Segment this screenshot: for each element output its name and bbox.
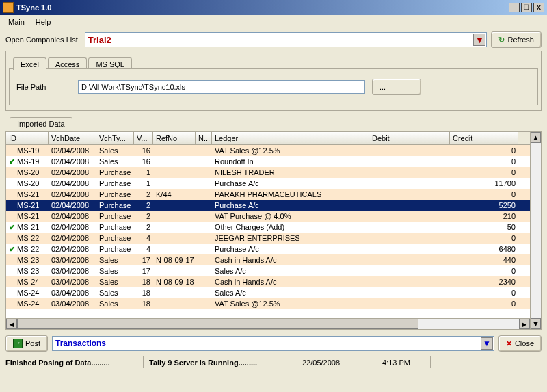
- cell: Sales: [96, 278, 134, 286]
- cell: 18: [134, 289, 153, 297]
- post-button[interactable]: Post: [5, 335, 48, 352]
- cell: 0: [450, 146, 518, 155]
- table-row[interactable]: MS-1902/04/2008Sales16VAT Sales @12.5%0: [6, 145, 530, 156]
- table-row[interactable]: MS-2403/04/2008Sales18N-08-09-18Cash in …: [6, 276, 530, 287]
- menu-help[interactable]: Help: [30, 16, 57, 27]
- cell: Purchase: [96, 223, 134, 231]
- col-credit[interactable]: Credit: [450, 132, 518, 144]
- status-message-2: Tally 9 Server is Running.........: [144, 356, 280, 368]
- cell: Purchase A/c: [212, 245, 369, 253]
- cell: 17: [134, 267, 153, 275]
- cell: Cash in Hands A/c: [212, 278, 369, 286]
- open-companies-dropdown[interactable]: Trial2 ▼: [85, 32, 488, 47]
- scroll-right-icon[interactable]: ►: [519, 319, 530, 329]
- cell: MS-24: [6, 278, 49, 286]
- col-v[interactable]: V...: [134, 132, 153, 144]
- cell: 0: [450, 234, 518, 242]
- cell: Sales: [96, 146, 134, 155]
- grid-body[interactable]: MS-1902/04/2008Sales16VAT Sales @12.5%0✔…: [6, 145, 530, 318]
- tab-imported-data[interactable]: Imported Data: [10, 117, 72, 132]
- table-row[interactable]: MS-2102/04/2008Purchase2Purchase A/c5250: [6, 200, 530, 211]
- app-icon: [3, 2, 14, 13]
- cell: 440: [450, 256, 518, 264]
- table-row[interactable]: MS-2102/04/2008Purchase2K/44PARAKH PHARM…: [6, 189, 530, 200]
- cell: 18: [134, 278, 153, 286]
- data-grid: ID VchDate VchTy... V... RefNo N... Ledg…: [5, 131, 542, 330]
- table-row[interactable]: MS-2202/04/2008Purchase4JEEGAR ENTERPRIS…: [6, 233, 530, 244]
- horizontal-scrollbar[interactable]: ◄ ►: [6, 318, 530, 329]
- cell: Purchase A/c: [212, 179, 369, 187]
- cell: 0: [450, 300, 518, 308]
- scroll-up-icon[interactable]: ▲: [531, 132, 541, 143]
- cell: 16: [134, 146, 153, 155]
- col-ledger[interactable]: Ledger: [212, 132, 369, 144]
- table-row[interactable]: MS-2403/04/2008Sales18VAT Sales @12.5%0: [6, 298, 530, 309]
- table-row[interactable]: ✔MS-1902/04/2008Sales16Roundoff In0: [6, 156, 530, 167]
- transactions-dropdown[interactable]: Transactions ▼: [52, 336, 494, 351]
- post-label: Post: [25, 339, 40, 348]
- table-row[interactable]: ✔MS-2102/04/2008Purchase2Other Charges (…: [6, 222, 530, 233]
- col-id[interactable]: ID: [6, 132, 49, 144]
- cell: VAT Sales @12.5%: [212, 300, 369, 308]
- table-row[interactable]: ✔MS-2202/04/2008Purchase4Purchase A/c648…: [6, 244, 530, 254]
- dropdown-arrow-icon[interactable]: ▼: [481, 337, 493, 350]
- cell: 03/04/2008: [49, 267, 96, 275]
- menu-main[interactable]: Main: [3, 16, 30, 27]
- close-button[interactable]: ✕ Close: [498, 335, 542, 352]
- cell: N-08-09-18: [153, 278, 196, 286]
- source-tabs: Excel Access MS SQL: [9, 54, 538, 69]
- cell: 16: [134, 157, 153, 166]
- minimize-button[interactable]: _: [509, 3, 520, 12]
- cell: Purchase: [96, 245, 134, 253]
- scroll-down-icon[interactable]: ▼: [531, 318, 541, 329]
- tab-excel[interactable]: Excel: [13, 57, 46, 70]
- file-path-input[interactable]: [78, 80, 365, 94]
- cell: ✔MS-19: [6, 157, 49, 166]
- refresh-icon: ↻: [498, 36, 505, 44]
- cell: 4: [134, 245, 153, 253]
- cell: Sales A/c: [212, 289, 369, 297]
- cell: ✔MS-22: [6, 245, 49, 254]
- cell: Sales A/c: [212, 267, 369, 275]
- open-companies-label: Open Companies List: [5, 36, 78, 44]
- col-refno[interactable]: RefNo: [153, 132, 196, 144]
- col-debit[interactable]: Debit: [369, 132, 450, 144]
- col-vchdate[interactable]: VchDate: [49, 132, 96, 144]
- cell: Purchase: [96, 190, 134, 198]
- cell: MS-23: [6, 256, 49, 264]
- cell: 03/04/2008: [49, 278, 96, 286]
- close-icon: ✕: [506, 339, 512, 348]
- cell: ✔MS-21: [6, 223, 49, 232]
- cell: 1: [134, 168, 153, 177]
- scroll-left-icon[interactable]: ◄: [6, 319, 17, 329]
- table-row[interactable]: MS-2002/04/2008Purchase1NILESH TRADER0: [6, 167, 530, 178]
- col-n[interactable]: N...: [196, 132, 212, 144]
- cell: 02/04/2008: [49, 190, 96, 198]
- browse-button[interactable]: ...: [372, 79, 421, 95]
- transactions-value: Transactions: [55, 339, 106, 348]
- cell: JEEGAR ENTERPRISES: [212, 234, 369, 242]
- refresh-button[interactable]: ↻ Refresh: [491, 31, 542, 48]
- cell: 2: [134, 223, 153, 231]
- close-window-button[interactable]: X: [533, 3, 544, 12]
- cell: Purchase A/c: [212, 201, 369, 209]
- cell: Cash in Hands A/c: [212, 256, 369, 264]
- table-row[interactable]: MS-2403/04/2008Sales18Sales A/c0: [6, 287, 530, 298]
- table-row[interactable]: MS-2303/04/2008Sales17Sales A/c0: [6, 265, 530, 276]
- cell: 02/04/2008: [49, 245, 96, 253]
- table-row[interactable]: MS-2303/04/2008Sales17N-08-09-17Cash in …: [6, 254, 530, 265]
- vertical-scrollbar[interactable]: ▲ ▼: [530, 132, 541, 329]
- post-icon: [13, 339, 23, 348]
- table-row[interactable]: MS-2102/04/2008Purchase2VAT Purchase @ 4…: [6, 211, 530, 222]
- status-bar: Finished Posing of Data......... Tally 9…: [0, 356, 547, 368]
- cell: MS-21: [6, 190, 49, 198]
- cell: Purchase: [96, 234, 134, 242]
- cell: MS-24: [6, 289, 49, 297]
- col-vchtype[interactable]: VchTy...: [96, 132, 134, 144]
- table-row[interactable]: MS-2002/04/2008Purchase1Purchase A/c1170…: [6, 178, 530, 189]
- maximize-button[interactable]: ❐: [521, 3, 532, 12]
- dropdown-arrow-icon[interactable]: ▼: [473, 34, 485, 46]
- cell: 210: [450, 212, 518, 220]
- status-message-1: Finished Posing of Data.........: [0, 356, 144, 368]
- cell: Purchase: [96, 201, 134, 209]
